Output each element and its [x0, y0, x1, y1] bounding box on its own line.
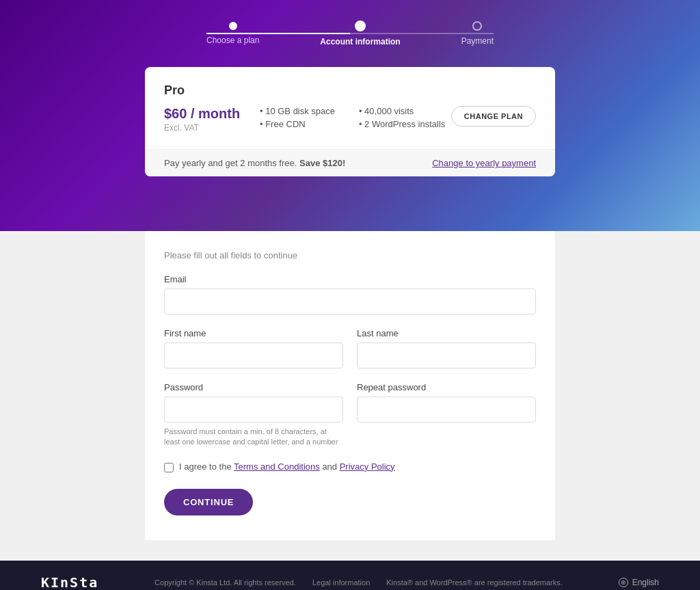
firstname-label: First name — [164, 328, 343, 338]
footer-language[interactable]: ⊕ English — [619, 578, 659, 587]
form-instruction: Please fill out all fields to continue — [164, 250, 536, 260]
stepper-step-2: Account information — [320, 21, 400, 46]
footer-center: Copyright © Kinsta Ltd. All rights reser… — [154, 578, 563, 587]
footer-language-label: English — [632, 578, 659, 587]
plan-name: Pro — [164, 83, 536, 98]
plan-details: $60 / month Excl. VAT • 10 GB disk space… — [164, 106, 536, 133]
email-group: Email — [164, 274, 536, 314]
stepper: Choose a plan Account information Paymen… — [0, 21, 700, 46]
step-circle-1 — [229, 22, 237, 30]
lastname-label: Last name — [357, 328, 536, 338]
password-row: Password Password must contain a min. of… — [164, 382, 536, 448]
step-label-1: Choose a plan — [206, 36, 259, 45]
yearly-save: Save $120! — [299, 158, 345, 168]
form-card: Please fill out all fields to continue E… — [145, 231, 555, 540]
stepper-step-3: Payment — [461, 21, 494, 46]
yearly-banner: Pay yearly and get 2 months free. Save $… — [145, 149, 555, 176]
change-to-yearly-link[interactable]: Change to yearly payment — [432, 158, 536, 168]
repeat-password-label: Repeat password — [357, 382, 536, 392]
main-content: Please fill out all fields to continue E… — [0, 231, 700, 561]
repeat-password-group: Repeat password — [357, 382, 536, 448]
plan-price-section: $60 / month Excl. VAT — [164, 106, 246, 133]
plan-feature-4: • 2 WordPress installs — [359, 119, 451, 129]
terms-text: I agree to the Terms and Conditions and … — [179, 461, 395, 472]
plan-price: $60 / month — [164, 106, 246, 122]
terms-checkbox[interactable] — [164, 463, 174, 472]
globe-icon: ⊕ — [619, 578, 628, 587]
plan-feature-1: • 10 GB disk space — [260, 106, 352, 116]
plan-feature-3: • 40,000 visits — [359, 106, 451, 116]
plan-info: Pro $60 / month Excl. VAT • 10 GB disk s… — [145, 67, 555, 149]
email-label: Email — [164, 274, 536, 284]
footer-legal-link[interactable]: Legal information — [312, 578, 370, 587]
lastname-group: Last name — [357, 328, 536, 368]
footer-copyright: Copyright © Kinsta Ltd. All rights reser… — [154, 578, 296, 587]
continue-button[interactable]: CONTINUE — [164, 489, 253, 515]
password-label: Password — [164, 382, 343, 392]
hero-section: Choose a plan Account information Paymen… — [0, 0, 700, 231]
change-plan-button[interactable]: CHANGE PLAN — [451, 106, 536, 126]
repeat-password-input[interactable] — [357, 397, 536, 423]
lastname-input[interactable] — [357, 343, 536, 368]
password-hint: Password must contain a min. of 8 charac… — [164, 427, 343, 448]
step-circle-3 — [472, 21, 482, 31]
footer: KInSta Copyright © Kinsta Ltd. All right… — [0, 561, 700, 590]
plan-card: Pro $60 / month Excl. VAT • 10 GB disk s… — [145, 67, 555, 176]
firstname-group: First name — [164, 328, 343, 368]
step-label-2: Account information — [320, 37, 400, 46]
privacy-policy-link[interactable]: Privacy Policy — [340, 461, 395, 472]
password-input[interactable] — [164, 397, 343, 423]
terms-conditions-link[interactable]: Terms and Conditions — [234, 461, 320, 472]
name-row: First name Last name — [164, 328, 536, 368]
email-input[interactable] — [164, 289, 536, 314]
step-label-3: Payment — [461, 36, 494, 46]
password-group: Password Password must contain a min. of… — [164, 382, 343, 448]
footer-trademark: Kinsta® and WordPress® are registered tr… — [386, 578, 563, 587]
stepper-steps: Choose a plan Account information Paymen… — [206, 21, 494, 46]
yearly-text: Pay yearly and get 2 months free. Save $… — [164, 158, 345, 168]
footer-logo: KInSta — [41, 574, 98, 590]
plan-price-note: Excl. VAT — [164, 123, 246, 133]
firstname-input[interactable] — [164, 343, 343, 368]
terms-row: I agree to the Terms and Conditions and … — [164, 461, 536, 472]
stepper-step-1: Choose a plan — [206, 22, 259, 45]
step-circle-2 — [355, 21, 366, 31]
plan-features-left: • 10 GB disk space • Free CDN — [246, 106, 352, 129]
plan-feature-2: • Free CDN — [260, 119, 352, 129]
plan-features-right: • 40,000 visits • 2 WordPress installs — [352, 106, 451, 129]
